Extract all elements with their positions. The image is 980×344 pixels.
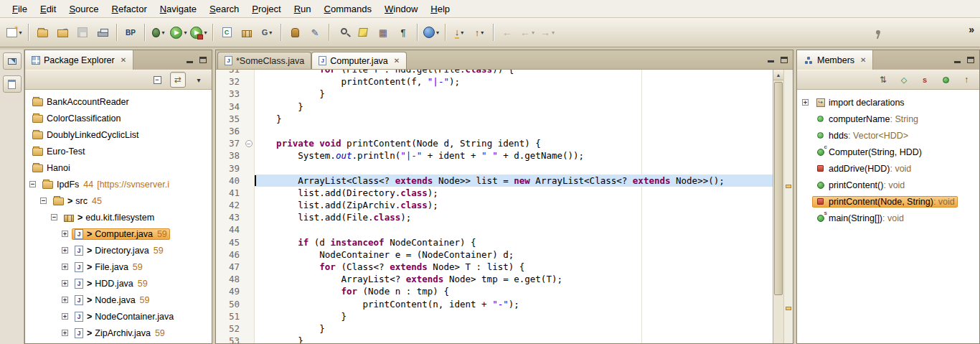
expander-plus-icon[interactable]: + — [62, 280, 68, 287]
tree-item[interactable]: −>edu.kit.filesystem — [25, 209, 212, 226]
tree-item[interactable]: BankAccountReader — [25, 93, 212, 110]
code-line[interactable]: 33 } — [216, 88, 773, 100]
code-line[interactable]: 38 System.out.println("|-" + ident + " "… — [216, 149, 773, 162]
code-text[interactable]: } — [255, 310, 773, 322]
code-line[interactable]: 40 ArrayList<Class<? extends Node>> list… — [216, 175, 773, 187]
code-text[interactable]: list.add(File.class); — [255, 211, 773, 223]
hide-fields-button[interactable] — [896, 72, 912, 88]
show-whitespace-button[interactable] — [394, 22, 413, 42]
minimize-icon[interactable] — [954, 57, 961, 64]
code-line[interactable]: 42 list.add(ZipArchiv.class); — [216, 199, 773, 211]
sort-button[interactable] — [875, 72, 891, 88]
annotation-mark[interactable] — [786, 185, 791, 188]
dropdown-arrow-icon[interactable]: ▾ — [19, 29, 22, 36]
member-item[interactable]: hdds : Vector<HDD> — [797, 127, 979, 144]
code-text[interactable]: list.add(Directory.class); — [255, 187, 773, 199]
hide-non-public-button[interactable] — [938, 72, 953, 88]
maximize-icon[interactable] — [199, 57, 207, 63]
code-text[interactable] — [255, 162, 773, 175]
fold-minus-icon[interactable]: − — [245, 140, 253, 147]
code-text[interactable]: NodeContainer e = (NodeContainer) d; — [255, 248, 773, 261]
marker-margin[interactable] — [216, 88, 222, 100]
expander-plus-icon[interactable]: + — [62, 313, 68, 320]
code-line[interactable]: 45 if (d instanceof NodeContainer) { — [216, 236, 773, 248]
marker-margin[interactable] — [216, 149, 222, 162]
minimize-icon[interactable] — [768, 56, 775, 63]
code-text[interactable]: list.add(ZipArchiv.class); — [255, 199, 773, 211]
debug-button[interactable]: ▾ — [149, 22, 168, 42]
code-line[interactable]: 41 list.add(Directory.class); — [216, 187, 773, 199]
menu-refactor[interactable]: Refactor — [105, 1, 154, 17]
expander-plus-icon[interactable]: + — [62, 231, 68, 237]
expander-plus-icon[interactable]: + — [62, 264, 68, 270]
code-text[interactable]: printContent(f, "|-"); — [255, 75, 773, 88]
dropdown-arrow-icon[interactable]: ▾ — [532, 29, 534, 36]
code-line[interactable]: 48 ArrayList<? extends Node> tmp = e.get… — [216, 273, 773, 285]
close-icon[interactable]: ✕ — [121, 56, 126, 64]
dropdown-arrow-icon[interactable]: ▾ — [269, 29, 272, 36]
skip-breakpoints-button[interactable] — [121, 22, 140, 42]
export-jar-button[interactable] — [286, 22, 304, 42]
mark-occurrences-button[interactable] — [354, 22, 372, 42]
marker-margin[interactable] — [216, 261, 222, 273]
minimize-icon[interactable] — [187, 57, 194, 64]
new-folder-button[interactable] — [33, 22, 52, 42]
new-wizard-button[interactable]: ▾ — [5, 22, 24, 42]
code-line[interactable]: 32 printContent(f, "|-"); — [216, 75, 773, 88]
import-button[interactable] — [53, 22, 72, 42]
expander-minus-icon[interactable]: − — [29, 181, 36, 187]
marker-margin[interactable] — [216, 236, 222, 248]
code-line[interactable]: 37− private void printContent(Node d, St… — [216, 137, 773, 149]
tree-item[interactable]: −>src45 — [25, 192, 212, 209]
code-line[interactable]: 47 for (Class<? extends Node> T : list) … — [216, 261, 773, 273]
view-menu-button[interactable] — [191, 72, 207, 88]
maximize-icon[interactable] — [967, 57, 974, 63]
marker-margin[interactable] — [216, 125, 222, 137]
marker-margin[interactable] — [216, 223, 222, 236]
code-text[interactable]: } — [255, 322, 773, 335]
code-line[interactable]: 43 list.add(File.class); — [216, 211, 773, 223]
code-line[interactable]: 50 printContent(n, ident + "-"); — [216, 298, 773, 310]
member-item[interactable]: main(String[]) : void — [797, 210, 979, 226]
tree-item[interactable]: +>Computer.java59 — [25, 226, 212, 242]
search-button[interactable] — [334, 22, 352, 42]
code-line[interactable]: 53 } — [216, 335, 773, 343]
menu-navigate[interactable]: Navigate — [154, 1, 203, 17]
menu-file[interactable]: File — [6, 1, 34, 17]
editor-tab-computerjava[interactable]: Computer.java✕ — [311, 52, 407, 69]
code-text[interactable]: if (d instanceof NodeContainer) { — [255, 236, 773, 248]
marker-margin[interactable] — [216, 75, 222, 88]
code-line[interactable]: 51 } — [216, 310, 773, 322]
hide-static-button[interactable] — [917, 72, 933, 88]
code-text[interactable]: ArrayList<? extends Node> tmp = e.get(T)… — [255, 273, 773, 285]
generate-button[interactable]: ▾ — [258, 22, 276, 42]
pin-editor-button[interactable] — [869, 22, 887, 42]
tree-item[interactable]: Hanoi — [25, 159, 212, 176]
marker-margin[interactable] — [216, 273, 222, 285]
scrollbar-thumb[interactable] — [774, 82, 783, 295]
tree-item[interactable]: Euro-Test — [25, 143, 212, 159]
show-table-button[interactable] — [374, 22, 392, 42]
member-item[interactable]: addDrive(HDD) : void — [797, 160, 979, 177]
expander-plus-icon[interactable]: + — [62, 330, 68, 336]
dropdown-arrow-icon[interactable]: ▾ — [161, 29, 164, 36]
code-line[interactable]: 31 for (File f : hdd.get(File.class)) { — [216, 70, 773, 75]
tree-item[interactable]: +>Directory.java59 — [25, 242, 212, 259]
menu-source[interactable]: Source — [62, 1, 105, 17]
restore-views-button[interactable] — [3, 52, 22, 70]
toolbar-overflow-chevron[interactable]: » — [969, 24, 974, 35]
code-text[interactable] — [255, 223, 773, 236]
members-tab[interactable]: Members ✕ — [797, 50, 873, 70]
link-with-editor-button[interactable] — [170, 72, 186, 88]
print-button[interactable] — [93, 22, 112, 42]
tree-item[interactable]: DoublyLinkedCyclicList — [25, 126, 212, 143]
tree-item[interactable]: +>ZipArchiv.java59 — [25, 325, 212, 341]
new-java-class-button[interactable] — [217, 22, 236, 42]
dropdown-arrow-icon[interactable]: ▾ — [436, 29, 439, 36]
scrollbar-up-arrow[interactable]: ▲ — [773, 70, 783, 80]
code-line[interactable]: 52 } — [216, 322, 773, 335]
overview-ruler[interactable] — [783, 70, 793, 343]
code-line[interactable]: 44 — [216, 223, 773, 236]
annotation-mark[interactable] — [786, 307, 791, 310]
code-text[interactable]: } — [255, 101, 773, 113]
